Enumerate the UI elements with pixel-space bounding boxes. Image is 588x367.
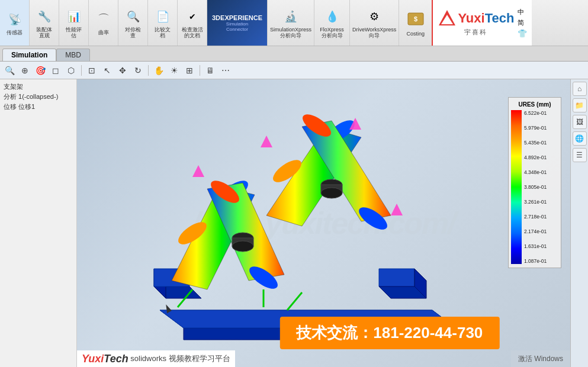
svg-marker-34: [192, 165, 204, 177]
toolbar-3dx[interactable]: 3DEXPERIENCE SimulationConnector: [207, 0, 268, 46]
tab-mbd[interactable]: MBD: [56, 49, 90, 61]
driveWorks-icon: ⚙: [365, 7, 384, 26]
zoom-in-button[interactable]: ⊕: [18, 64, 32, 77]
toolbar-divider-2: [148, 65, 149, 76]
compare-label: 比较文档: [155, 27, 171, 39]
settings-icon[interactable]: 👕: [518, 29, 527, 38]
viewport: //edu.yuxitech.com/: [77, 79, 570, 367]
tab-simulation[interactable]: Simulation: [2, 49, 56, 61]
svg-text:$: $: [414, 15, 417, 22]
toolbar-driveWorks[interactable]: ⚙ DriveWorksXpress向导: [350, 0, 399, 46]
section-view-button[interactable]: ⊡: [85, 64, 99, 77]
legend-val-10: 1.087e-01: [524, 258, 547, 264]
tree-item-bracket[interactable]: 支架架: [4, 82, 73, 92]
toolbar-simxpress[interactable]: 🔬 SimulationXpress分析向导: [268, 0, 314, 46]
3dx-sub-label: SimulationConnector: [226, 21, 248, 32]
move-button[interactable]: ✥: [115, 64, 130, 77]
right-folder-button[interactable]: 📁: [573, 98, 587, 112]
legend-val-3: 4.892e-01: [524, 154, 547, 160]
legend-val-9: 1.631e-01: [524, 243, 547, 249]
view-orient-button[interactable]: 🎯: [33, 64, 47, 77]
select-button[interactable]: ↖: [100, 64, 114, 77]
display-button[interactable]: ☀: [167, 64, 181, 77]
simxpress-label: SimulationXpress分析向导: [270, 27, 311, 39]
bottom-description: solidworks 视频教程学习平台: [128, 353, 230, 364]
legend-color-bar: [511, 110, 522, 264]
perf-icon: 📊: [65, 7, 83, 26]
pan-button[interactable]: ✋: [152, 64, 166, 77]
legend-labels: 6.522e-01 5.979e-01 5.435e-01 4.892e-01 …: [524, 110, 547, 264]
curvature-icon: ⌒: [94, 10, 113, 29]
monitor-button[interactable]: 🖥: [203, 64, 217, 77]
perf-label: 性能评估: [66, 27, 82, 39]
legend-bar-container: 6.522e-01 5.979e-01 5.435e-01 4.892e-01 …: [511, 110, 558, 264]
logo-area: YuxiTech 宇喜科 中 简 👕: [432, 0, 532, 46]
svg-line-33: [287, 292, 302, 310]
toolbar-perf[interactable]: 📊 性能评估: [59, 0, 89, 46]
right-panel: ⌂ 📁 🖼 🌐 ☰: [570, 79, 588, 367]
toolbar-sensor[interactable]: 📡 传感器: [0, 0, 30, 46]
curvature-label: 曲率: [98, 30, 109, 36]
legend-val-7: 2.718e-01: [524, 214, 547, 220]
costing-label: Costing: [407, 31, 425, 37]
toolbar-assembly[interactable]: 🔧 装配体直观: [30, 0, 59, 46]
toolbar-compare[interactable]: 📄 比较文档: [148, 0, 178, 46]
right-globe-button[interactable]: 🌐: [573, 131, 587, 146]
simulation-tabs: Simulation MBD: [0, 46, 588, 62]
legend-val-5: 3.805e-01: [524, 184, 547, 190]
svg-marker-10: [379, 269, 415, 286]
logo-triangle-icon: [438, 9, 457, 28]
svg-point-27: [232, 241, 253, 252]
right-image-button[interactable]: 🖼: [573, 115, 587, 129]
legend-val-0: 6.522e-01: [524, 110, 547, 116]
grid-button[interactable]: ⊞: [182, 64, 197, 77]
wireframe-button[interactable]: ⬡: [64, 64, 78, 77]
tree-item-displacement[interactable]: 位移 位移1: [4, 102, 73, 112]
svg-marker-35: [261, 136, 272, 147]
3dx-main-label: 3DEXPERIENCE: [212, 14, 262, 21]
svg-marker-37: [391, 204, 403, 215]
assembly-icon: 🔧: [35, 7, 54, 26]
view3d-button[interactable]: ◻: [49, 64, 63, 77]
toolbar-check[interactable]: ✔ 检查激活的文档: [178, 0, 207, 46]
toolbar-floXpress[interactable]: 💧 FloXpress分析向导: [314, 0, 350, 46]
sensor-label: 传感器: [7, 30, 23, 36]
tree-item-analysis[interactable]: 分析 1(-collapsed-): [4, 92, 73, 102]
svg-point-30: [321, 188, 342, 198]
extra-button[interactable]: ⋯: [219, 64, 233, 77]
zoom-fit-button[interactable]: 🔍: [2, 64, 17, 77]
floXpress-label: FloXpress分析向导: [320, 27, 344, 39]
inspect-label: 对你检查: [125, 27, 141, 39]
legend-val-1: 5.979e-01: [524, 125, 547, 131]
legend-val-8: 2.174e-01: [524, 228, 547, 234]
contact-banner: 技术交流：181-220-44-730: [279, 317, 499, 349]
check-icon: ✔: [183, 7, 202, 26]
inspect-icon: 🔍: [124, 7, 143, 26]
right-home-button[interactable]: ⌂: [573, 82, 587, 96]
costing-icon: $: [405, 9, 426, 30]
logo-text: YuxiTech: [458, 11, 514, 26]
check-label: 检查激活的文档: [182, 27, 203, 39]
logo-subtitle: 宇喜科: [464, 28, 487, 37]
color-legend: URES (mm) 6.522e-01 5.979e-01 5.435e-01 …: [508, 97, 561, 268]
toolbar-divider-3: [200, 65, 200, 76]
legend-val-4: 4.348e-01: [524, 169, 547, 175]
toolbar: 📡 传感器 🔧 装配体直观 📊 性能评估 ⌒ 曲率 🔍 对你检查 📄 比较文档 …: [0, 0, 588, 46]
lang-simple-icon[interactable]: 简: [518, 18, 527, 27]
assembly-label: 装配体直观: [36, 27, 52, 39]
legend-val-6: 3.261e-01: [524, 199, 547, 205]
toolbar-costing[interactable]: $ Costing: [399, 0, 432, 46]
sensor-icon: 📡: [5, 10, 24, 29]
bottom-logo: YuxiTech solidworks 视频教程学习平台: [77, 350, 235, 367]
windows-activation: 激活 Windows: [511, 350, 570, 367]
driveWorks-label: DriveWorksXpress向导: [352, 27, 396, 39]
rotate-button[interactable]: ↻: [131, 64, 145, 77]
right-list-button[interactable]: ☰: [573, 148, 587, 162]
floXpress-icon: 💧: [323, 7, 342, 26]
left-panel: 支架架 分析 1(-collapsed-) 位移 位移1: [0, 79, 77, 367]
lang-zh-icon[interactable]: 中: [518, 8, 527, 17]
toolbar-inspect[interactable]: 🔍 对你检查: [118, 0, 148, 46]
toolbar-curvature[interactable]: ⌒ 曲率: [89, 0, 118, 46]
toolbar-divider-1: [81, 65, 82, 76]
simxpress-icon: 🔬: [281, 7, 300, 26]
